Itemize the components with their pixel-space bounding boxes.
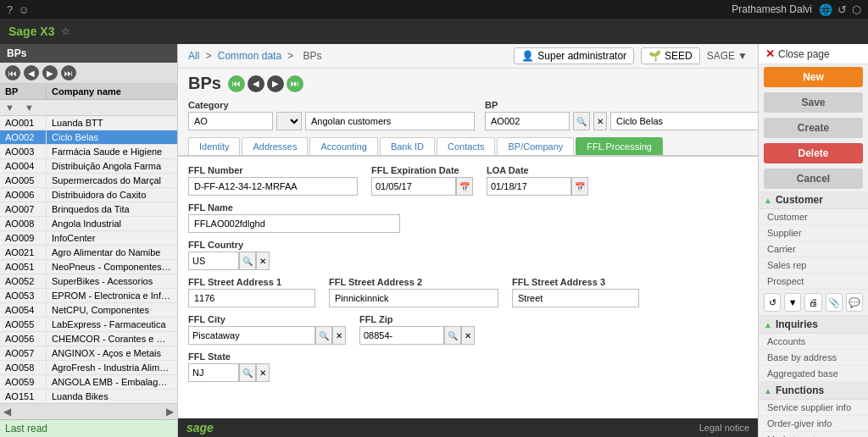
list-item[interactable]: AO051NeoPneus - Componentes e Pne... xyxy=(0,260,177,274)
tab-accounting[interactable]: Accounting xyxy=(309,137,377,155)
ffl-city-search-btn[interactable]: 🔍 xyxy=(315,326,332,345)
user-icon[interactable]: ☺ xyxy=(18,3,29,16)
help-icon[interactable]: ? xyxy=(7,3,13,16)
list-item[interactable]: AO007Brinquedos da Tita xyxy=(0,202,177,217)
right-menu-base-by-address[interactable]: Base by address xyxy=(759,350,868,366)
filter-bp-icon[interactable]: ▼ xyxy=(0,100,19,115)
category-desc-input[interactable] xyxy=(305,112,475,130)
tab-contacts[interactable]: Contacts xyxy=(437,137,495,155)
record-first-btn[interactable]: ⏮ xyxy=(228,75,245,92)
refresh-icon[interactable]: ↺ xyxy=(837,3,847,16)
record-prev-btn[interactable]: ◀ xyxy=(248,75,264,92)
loa-calendar-btn[interactable]: 📅 xyxy=(571,177,588,196)
list-item[interactable]: AO001Luanda BTT xyxy=(0,116,177,130)
ffl-state-clear-btn[interactable]: ✕ xyxy=(256,363,270,382)
legal-notice[interactable]: Legal notice xyxy=(699,423,749,433)
right-menu-accounts[interactable]: Accounts xyxy=(759,334,868,350)
tab-bank-id[interactable]: Bank ID xyxy=(380,137,435,155)
list-item[interactable]: AO052SuperBikes - Acessorios xyxy=(0,274,177,289)
list-item[interactable]: AO009InfoCenter xyxy=(0,231,177,246)
comment-btn[interactable]: 💬 xyxy=(846,293,863,312)
right-menu-aggregated-base[interactable]: Aggregated base xyxy=(759,366,868,382)
ffl-country-input[interactable] xyxy=(188,252,239,270)
list-item[interactable]: AO021Agro Alimentar do Namibe xyxy=(0,246,177,260)
ffl-street-1-input[interactable] xyxy=(188,289,315,307)
nav-last-btn[interactable]: ⏭ xyxy=(61,65,76,80)
ffl-street-2-input[interactable] xyxy=(329,289,498,307)
tab-ffl-processing[interactable]: FFL Processing xyxy=(576,137,663,155)
right-menu-service-supplier[interactable]: Service supplier info xyxy=(759,400,868,416)
list-item[interactable]: AO004Distribuição Angola Farma xyxy=(0,159,177,174)
save-btn[interactable]: Save xyxy=(764,92,863,113)
ffl-expiration-input[interactable] xyxy=(371,177,456,196)
bp-input[interactable] xyxy=(485,112,570,130)
right-menu-market-sectors[interactable]: Market sectors xyxy=(759,432,868,437)
right-menu-customer[interactable]: Customer xyxy=(759,209,868,225)
right-menu-sales-rep[interactable]: Sales rep xyxy=(759,257,868,274)
global-icon[interactable]: 🌐 xyxy=(819,3,832,16)
print-btn[interactable]: 🖨 xyxy=(804,293,821,312)
ffl-name-input[interactable] xyxy=(188,214,400,233)
tab-bp/company[interactable]: BP/Company xyxy=(497,137,574,155)
list-item[interactable]: AO008Angola Industrial xyxy=(0,217,177,231)
history-btn[interactable]: ↺ xyxy=(764,293,781,312)
tab-identity[interactable]: Identity xyxy=(188,137,240,155)
list-item[interactable]: AO057ANGINOX - Aços e Metais xyxy=(0,346,177,361)
ffl-zip-clear-btn[interactable]: ✕ xyxy=(461,326,475,345)
favorite-icon[interactable]: ☆ xyxy=(61,25,70,37)
ffl-zip-search-btn[interactable]: 🔍 xyxy=(444,326,461,345)
scroll-left-btn[interactable]: ◀ xyxy=(3,406,11,418)
new-btn[interactable]: New xyxy=(764,67,863,87)
cancel-btn[interactable]: Cancel xyxy=(764,169,863,189)
right-menu-carrier[interactable]: Carrier xyxy=(759,241,868,257)
apps-icon[interactable]: ⬡ xyxy=(852,3,861,16)
list-item[interactable]: AO002Ciclo Belas xyxy=(0,130,177,145)
right-menu-prospect[interactable]: Prospect xyxy=(759,274,868,290)
bp-clear-btn[interactable]: ✕ xyxy=(593,112,607,130)
list-item[interactable]: AO006Distribuidora do Caxito xyxy=(0,188,177,202)
attach-btn[interactable]: 📎 xyxy=(826,293,843,312)
loa-date-input[interactable] xyxy=(487,177,571,196)
list-item[interactable]: AO059ANGOLA EMB - Embalagens Indus... xyxy=(0,375,177,390)
list-item[interactable]: AO003Farmácia Saude e Higiene xyxy=(0,145,177,159)
list-item[interactable]: AO056CHEMCOR - Corantes e Químico... xyxy=(0,332,177,346)
ffl-number-input[interactable] xyxy=(188,177,358,196)
list-item[interactable]: AO005Supermercados do Marçal xyxy=(0,174,177,188)
seed-btn[interactable]: 🌱 SEED xyxy=(641,47,700,64)
record-last-btn[interactable]: ⏭ xyxy=(287,75,303,92)
right-menu-supplier[interactable]: Supplier xyxy=(759,225,868,241)
list-item[interactable]: AO054NetCPU, Componentes xyxy=(0,303,177,318)
scroll-right-btn[interactable]: ▶ xyxy=(166,406,174,418)
ffl-state-search-btn[interactable]: 🔍 xyxy=(239,363,256,382)
ffl-country-clear-btn[interactable]: ✕ xyxy=(256,252,270,270)
bp-search-btn[interactable]: 🔍 xyxy=(573,112,590,130)
record-next-btn[interactable]: ▶ xyxy=(267,75,284,92)
super-admin-btn[interactable]: 👤 Super administrator xyxy=(514,47,634,64)
category-input[interactable] xyxy=(188,112,273,130)
list-item[interactable]: AO151Luanda Bikes xyxy=(0,390,177,403)
dropdown-arrow-icon[interactable]: ▼ xyxy=(737,50,748,62)
ffl-expiration-calendar-btn[interactable]: 📅 xyxy=(456,177,473,196)
ffl-country-search-btn[interactable]: 🔍 xyxy=(239,252,256,270)
dropdown-btn[interactable]: ▼ xyxy=(784,293,801,312)
ffl-street-3-input[interactable] xyxy=(512,289,639,307)
nav-prev-btn[interactable]: ◀ xyxy=(24,65,39,80)
list-item[interactable]: AO053EPROM - Electronica e Informáti... xyxy=(0,289,177,303)
list-item[interactable]: AO055LabExpress - Farmaceutica xyxy=(0,318,177,332)
create-btn[interactable]: Create xyxy=(764,118,863,138)
list-item[interactable]: AO058AgroFresh - Industria Alimentar... xyxy=(0,361,177,375)
category-dropdown[interactable] xyxy=(276,112,302,130)
delete-btn[interactable]: Delete xyxy=(764,143,863,163)
bp-desc-input[interactable] xyxy=(610,112,758,130)
filter-company-icon[interactable]: ▼ xyxy=(19,100,39,115)
tab-addresses[interactable]: Addresses xyxy=(242,137,308,155)
nav-next-btn[interactable]: ▶ xyxy=(42,65,58,80)
close-page-btn[interactable]: ✕ Close page xyxy=(759,44,868,64)
ffl-state-input[interactable] xyxy=(188,363,239,382)
nav-first-btn[interactable]: ⏮ xyxy=(5,65,20,80)
breadcrumb-all[interactable]: All xyxy=(188,50,199,62)
ffl-city-input[interactable] xyxy=(188,326,315,345)
ffl-city-clear-btn[interactable]: ✕ xyxy=(332,326,346,345)
right-menu-order-giver[interactable]: Order-giver info xyxy=(759,416,868,432)
breadcrumb-common-data[interactable]: Common data xyxy=(218,50,281,62)
